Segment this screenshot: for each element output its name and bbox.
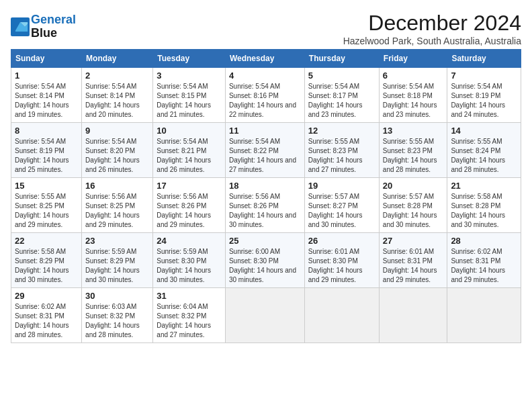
day-number: 12 — [308, 126, 375, 136]
calendar-cell: 26 Sunrise: 6:01 AMSunset: 8:30 PMDaylig… — [304, 233, 379, 288]
calendar-cell: 13 Sunrise: 5:55 AMSunset: 8:23 PMDaylig… — [379, 123, 447, 178]
calendar-cell: 28 Sunrise: 6:02 AMSunset: 8:31 PMDaylig… — [447, 233, 521, 288]
calendar-cell: 23 Sunrise: 5:59 AMSunset: 8:29 PMDaylig… — [82, 233, 153, 288]
day-info: Sunrise: 5:54 AMSunset: 8:21 PMDaylight:… — [157, 138, 211, 173]
calendar-week-4: 22 Sunrise: 5:58 AMSunset: 8:29 PMDaylig… — [11, 233, 521, 288]
calendar-week-5: 29 Sunrise: 6:02 AMSunset: 8:31 PMDaylig… — [11, 288, 521, 343]
calendar-cell: 24 Sunrise: 5:59 AMSunset: 8:30 PMDaylig… — [153, 233, 226, 288]
calendar-week-1: 1 Sunrise: 5:54 AMSunset: 8:14 PMDayligh… — [11, 68, 521, 123]
day-info: Sunrise: 5:58 AMSunset: 8:28 PMDaylight:… — [451, 193, 505, 228]
calendar-cell: 6 Sunrise: 5:54 AMSunset: 8:18 PMDayligh… — [379, 68, 447, 123]
header-thursday: Thursday — [304, 50, 379, 68]
calendar-cell: 11 Sunrise: 5:54 AMSunset: 8:22 PMDaylig… — [225, 123, 304, 178]
day-number: 16 — [85, 181, 149, 191]
day-number: 26 — [308, 236, 375, 246]
day-info: Sunrise: 5:55 AMSunset: 8:23 PMDaylight:… — [383, 138, 437, 173]
day-number: 11 — [229, 126, 301, 136]
calendar-cell — [379, 288, 447, 343]
day-info: Sunrise: 5:54 AMSunset: 8:15 PMDaylight:… — [157, 83, 211, 118]
day-number: 1 — [15, 71, 78, 81]
day-number: 23 — [85, 236, 149, 246]
calendar-cell: 8 Sunrise: 5:54 AMSunset: 8:19 PMDayligh… — [11, 123, 82, 178]
day-number: 7 — [451, 71, 517, 81]
calendar-cell: 5 Sunrise: 5:54 AMSunset: 8:17 PMDayligh… — [304, 68, 379, 123]
day-number: 18 — [229, 181, 301, 191]
day-number: 19 — [308, 181, 375, 191]
calendar-cell: 21 Sunrise: 5:58 AMSunset: 8:28 PMDaylig… — [447, 178, 521, 233]
day-number: 5 — [308, 71, 375, 81]
day-info: Sunrise: 5:59 AMSunset: 8:29 PMDaylight:… — [85, 248, 140, 283]
day-number: 28 — [451, 236, 517, 246]
day-number: 27 — [383, 236, 444, 246]
calendar-cell: 27 Sunrise: 6:01 AMSunset: 8:31 PMDaylig… — [379, 233, 447, 288]
header-tuesday: Tuesday — [153, 50, 226, 68]
calendar-cell: 10 Sunrise: 5:54 AMSunset: 8:21 PMDaylig… — [153, 123, 226, 178]
day-info: Sunrise: 5:56 AMSunset: 8:26 PMDaylight:… — [229, 193, 296, 228]
calendar-cell — [225, 288, 304, 343]
day-info: Sunrise: 5:56 AMSunset: 8:26 PMDaylight:… — [157, 193, 211, 228]
header-friday: Friday — [379, 50, 447, 68]
day-info: Sunrise: 5:55 AMSunset: 8:24 PMDaylight:… — [451, 138, 505, 173]
day-number: 3 — [157, 71, 222, 81]
day-info: Sunrise: 5:57 AMSunset: 8:27 PMDaylight:… — [308, 193, 363, 228]
day-info: Sunrise: 5:54 AMSunset: 8:22 PMDaylight:… — [229, 138, 296, 173]
day-number: 4 — [229, 71, 301, 81]
day-info: Sunrise: 5:54 AMSunset: 8:16 PMDaylight:… — [229, 83, 296, 118]
calendar-header: SundayMondayTuesdayWednesdayThursdayFrid… — [11, 50, 521, 68]
calendar-cell: 30 Sunrise: 6:03 AMSunset: 8:32 PMDaylig… — [82, 288, 153, 343]
day-number: 2 — [85, 71, 149, 81]
calendar-cell: 7 Sunrise: 5:54 AMSunset: 8:19 PMDayligh… — [447, 68, 521, 123]
day-info: Sunrise: 5:59 AMSunset: 8:30 PMDaylight:… — [157, 248, 211, 283]
day-number: 10 — [157, 126, 222, 136]
calendar-cell: 17 Sunrise: 5:56 AMSunset: 8:26 PMDaylig… — [153, 178, 226, 233]
logo-text: General Blue — [31, 13, 76, 40]
day-number: 9 — [85, 126, 149, 136]
location-title: Hazelwood Park, South Australia, Austral… — [343, 36, 521, 46]
calendar-cell: 20 Sunrise: 5:57 AMSunset: 8:28 PMDaylig… — [379, 178, 447, 233]
month-title: December 2024 — [343, 11, 521, 36]
calendar-cell: 9 Sunrise: 5:54 AMSunset: 8:20 PMDayligh… — [82, 123, 153, 178]
calendar-cell: 1 Sunrise: 5:54 AMSunset: 8:14 PMDayligh… — [11, 68, 82, 123]
calendar-cell: 29 Sunrise: 6:02 AMSunset: 8:31 PMDaylig… — [11, 288, 82, 343]
calendar-cell: 14 Sunrise: 5:55 AMSunset: 8:24 PMDaylig… — [447, 123, 521, 178]
day-number: 13 — [383, 126, 444, 136]
day-number: 25 — [229, 236, 301, 246]
day-info: Sunrise: 5:55 AMSunset: 8:25 PMDaylight:… — [15, 193, 69, 228]
header-monday: Monday — [82, 50, 153, 68]
day-number: 30 — [85, 291, 149, 301]
calendar-week-2: 8 Sunrise: 5:54 AMSunset: 8:19 PMDayligh… — [11, 123, 521, 178]
calendar-cell: 12 Sunrise: 5:55 AMSunset: 8:23 PMDaylig… — [304, 123, 379, 178]
calendar-cell: 25 Sunrise: 6:00 AMSunset: 8:30 PMDaylig… — [225, 233, 304, 288]
day-info: Sunrise: 6:00 AMSunset: 8:30 PMDaylight:… — [229, 248, 296, 283]
calendar-cell: 22 Sunrise: 5:58 AMSunset: 8:29 PMDaylig… — [11, 233, 82, 288]
calendar-cell — [447, 288, 521, 343]
day-info: Sunrise: 6:01 AMSunset: 8:31 PMDaylight:… — [383, 248, 437, 283]
header-saturday: Saturday — [447, 50, 521, 68]
calendar-cell: 2 Sunrise: 5:54 AMSunset: 8:14 PMDayligh… — [82, 68, 153, 123]
header-sunday: Sunday — [11, 50, 82, 68]
page-header: General Blue December 2024 Hazelwood Par… — [11, 11, 521, 46]
day-number: 22 — [15, 236, 78, 246]
day-info: Sunrise: 5:56 AMSunset: 8:25 PMDaylight:… — [85, 193, 140, 228]
day-number: 21 — [451, 181, 517, 191]
day-number: 29 — [15, 291, 78, 301]
calendar-cell: 15 Sunrise: 5:55 AMSunset: 8:25 PMDaylig… — [11, 178, 82, 233]
day-number: 20 — [383, 181, 444, 191]
day-number: 15 — [15, 181, 78, 191]
calendar-cell: 18 Sunrise: 5:56 AMSunset: 8:26 PMDaylig… — [225, 178, 304, 233]
day-info: Sunrise: 6:02 AMSunset: 8:31 PMDaylight:… — [15, 303, 69, 338]
header-wednesday: Wednesday — [225, 50, 304, 68]
calendar-cell — [304, 288, 379, 343]
calendar-table: SundayMondayTuesdayWednesdayThursdayFrid… — [11, 49, 521, 343]
day-number: 14 — [451, 126, 517, 136]
day-info: Sunrise: 5:54 AMSunset: 8:18 PMDaylight:… — [383, 83, 437, 118]
day-info: Sunrise: 5:58 AMSunset: 8:29 PMDaylight:… — [15, 248, 69, 283]
day-number: 8 — [15, 126, 78, 136]
day-number: 31 — [157, 291, 222, 301]
day-info: Sunrise: 6:02 AMSunset: 8:31 PMDaylight:… — [451, 248, 505, 283]
calendar-cell: 16 Sunrise: 5:56 AMSunset: 8:25 PMDaylig… — [82, 178, 153, 233]
day-number: 17 — [157, 181, 222, 191]
day-info: Sunrise: 5:55 AMSunset: 8:23 PMDaylight:… — [308, 138, 363, 173]
logo: General Blue — [11, 13, 76, 40]
calendar-cell: 31 Sunrise: 6:04 AMSunset: 8:32 PMDaylig… — [153, 288, 226, 343]
